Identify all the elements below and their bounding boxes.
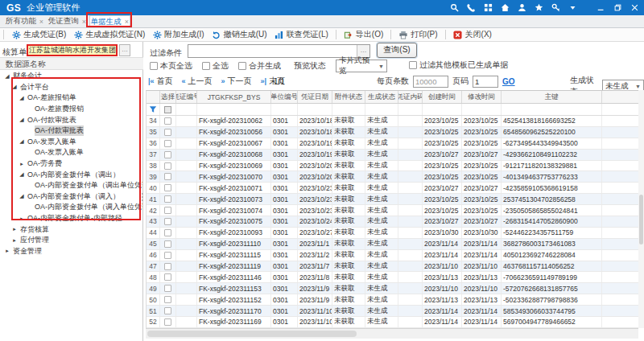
generate-virtual-voucher-button[interactable]: 生成虚拟凭证(N): [73, 29, 145, 40]
cell-sel[interactable]: [160, 205, 176, 216]
link-query-voucher-button[interactable]: 联查凭证(L): [275, 29, 328, 40]
row-checkbox[interactable]: [164, 318, 171, 326]
vertical-scrollbar[interactable]: [638, 90, 644, 328]
tree-node[interactable]: OA-差旅费报销: [0, 104, 142, 115]
tab-2[interactable]: 凭证查询×: [47, 15, 88, 27]
cell-sel[interactable]: [160, 171, 176, 182]
table-row[interactable]: 35FK-xsgkf-20231005603012023/10/18未获取未生成…: [147, 127, 638, 138]
row-checkbox[interactable]: [164, 218, 171, 225]
table-row[interactable]: 44FK-xsgkf-20231009303012023/10/27未获取未生成…: [147, 228, 638, 239]
row-checkbox[interactable]: [164, 263, 171, 270]
cell-sel[interactable]: [160, 239, 176, 249]
row-checkbox[interactable]: [164, 307, 171, 314]
cell-sel[interactable]: [160, 194, 176, 204]
tree-collapsed-icon[interactable]: ▸: [4, 248, 10, 254]
tree-node[interactable]: ◢财务会计: [0, 71, 142, 82]
tree-node[interactable]: ▸资金管理: [0, 246, 142, 257]
tree-node[interactable]: ◢会计平台: [0, 82, 142, 93]
horizontal-scrollbar-thumb[interactable]: [147, 331, 357, 337]
filter-input[interactable]: [188, 45, 357, 57]
close-button[interactable]: 关闭(X): [453, 29, 492, 40]
tree-expanded-icon[interactable]: ◢: [19, 95, 25, 101]
row-checkbox[interactable]: [164, 229, 171, 236]
row-checkbox[interactable]: [164, 117, 171, 125]
user-icon[interactable]: [517, 3, 526, 13]
org-unit-more-button[interactable]: …: [119, 44, 130, 56]
tree-node[interactable]: ▸OA-劳务费: [0, 158, 142, 170]
table-row[interactable]: 36FK-xsgkf-20231006703012023/10/19未获取未生成…: [147, 138, 638, 150]
close-icon[interactable]: [630, 3, 639, 13]
undo-generate-button[interactable]: 撤销生成(U): [212, 29, 267, 40]
search-button[interactable]: 查询(S): [377, 43, 417, 58]
tree-collapsed-icon[interactable]: ▸: [19, 161, 25, 167]
column-header-gen[interactable]: 生成状态: [365, 91, 398, 103]
filter-generated-checkbox[interactable]: 过滤其他模板已生成单据: [409, 60, 508, 71]
row-checkbox[interactable]: [164, 240, 171, 248]
cell-sel[interactable]: [160, 116, 176, 126]
go-link[interactable]: GO: [502, 77, 515, 86]
phone-icon[interactable]: [466, 3, 476, 13]
search-icon[interactable]: [449, 3, 459, 13]
row-checkbox[interactable]: [164, 184, 171, 191]
table-row[interactable]: 49FK-xsgkf-20231115303012023/11/9未获取未生成2…: [147, 283, 638, 294]
print-button[interactable]: 打印(P): [398, 29, 437, 40]
checkbox-icon[interactable]: [202, 62, 210, 70]
table-row[interactable]: 34FK-xsgkf-20231006203012023/10/18未获取未生成…: [147, 116, 638, 127]
row-checkbox[interactable]: [164, 207, 171, 214]
restore-icon[interactable]: [613, 3, 622, 13]
column-header-bys[interactable]: JTGKFKSP_BYS: [197, 91, 271, 103]
column-header-created[interactable]: 创建时间: [423, 91, 462, 103]
minimize-icon[interactable]: [596, 3, 605, 13]
select-page-checkbox[interactable]: 本页全选: [150, 60, 192, 72]
row-checkbox[interactable]: [164, 273, 171, 281]
table-row[interactable]: 42FK-xsgkf-20231007403012023/10/23未获取未生成…: [147, 205, 638, 216]
prev-page-button[interactable]: « 上一页: [182, 76, 213, 87]
tab-close-icon[interactable]: ×: [125, 18, 129, 26]
table-row[interactable]: 50FK-xsgkf-20231115203012023/11/9未获取未生成2…: [147, 294, 638, 306]
cell-sel[interactable]: [160, 150, 176, 160]
cell-sel[interactable]: [160, 283, 176, 294]
first-page-button[interactable]: |« 首页: [148, 76, 173, 87]
row-checkbox[interactable]: [164, 162, 171, 170]
row-checkbox[interactable]: [164, 285, 171, 292]
cell-sel[interactable]: [160, 138, 176, 149]
chevron-down-icon[interactable]: [568, 3, 577, 13]
tree-node[interactable]: ▸OA-内部资金拨付单-内部路径: [0, 213, 142, 224]
column-header-attach[interactable]: 附件状态: [332, 91, 365, 103]
table-row[interactable]: 37FK-xsgkf-20231006803012023/10/19未获取未生成…: [147, 150, 638, 161]
table-row[interactable]: 39FK-xsgkf-20231007003012023/10/20未获取未生成…: [147, 171, 638, 183]
cell-sel[interactable]: [160, 183, 176, 193]
table-row[interactable]: 52FK-xsgkf-20231116903012023/11/10未获取未生成…: [147, 317, 638, 328]
checkbox-icon[interactable]: [238, 62, 246, 70]
cell-sel[interactable]: [160, 272, 176, 282]
tab-close-icon[interactable]: ×: [39, 18, 43, 26]
horizontal-scrollbar[interactable]: [146, 328, 638, 339]
generate-voucher-button[interactable]: 生成凭证(B): [11, 29, 66, 40]
filter-cell-num[interactable]: [147, 104, 160, 115]
tree-expanded-icon[interactable]: ◢: [4, 73, 10, 80]
tree-expanded-icon[interactable]: ◢: [19, 193, 25, 199]
row-checkbox[interactable]: [164, 296, 171, 303]
tree-collapsed-icon[interactable]: ▸: [19, 216, 25, 222]
column-header-num[interactable]: [147, 91, 160, 103]
table-row[interactable]: 43FK-xsgkf-20231007503012023/10/24未获取未生成…: [147, 216, 638, 228]
tree-node[interactable]: ▸存货核算: [0, 224, 142, 235]
cell-sel[interactable]: [160, 317, 176, 327]
tree-node[interactable]: ◢OA-发票入账单: [0, 137, 142, 148]
panel-splitter-handle[interactable]: [141, 193, 144, 206]
row-checkbox[interactable]: [164, 195, 171, 203]
cell-sel[interactable]: [160, 261, 176, 272]
table-row[interactable]: 51FK-xsgkf-20231117003012023/11/10未获取未生成…: [147, 306, 638, 317]
filter-select-checkbox[interactable]: [164, 106, 171, 113]
next-page-button[interactable]: » 下一页: [221, 76, 252, 87]
row-checkbox[interactable]: [164, 129, 171, 136]
star-icon[interactable]: [534, 3, 543, 13]
table-row[interactable]: 48FK-xsgkf-20231114603012023/11/8未获取未生成2…: [147, 272, 638, 283]
cell-sel[interactable]: [160, 294, 176, 305]
table-row[interactable]: 45FK-xsgkf-20231111003012023/11/1未获取未生成2…: [147, 239, 638, 250]
tree-node[interactable]: ◢OA-内部资金拨付单（调出）: [0, 169, 142, 180]
tree-node[interactable]: OA-内部资金拨付单（调入单位凭证）: [0, 202, 142, 213]
column-header-modified[interactable]: 修改时间: [462, 91, 502, 103]
cell-sel[interactable]: [160, 250, 176, 261]
tab-3[interactable]: 单据生成×: [89, 15, 130, 27]
